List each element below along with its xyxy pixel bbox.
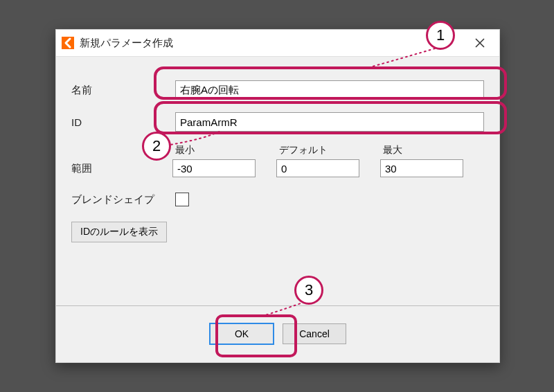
label-min: 最小 xyxy=(175,144,279,157)
label-range: 範囲 xyxy=(71,162,172,175)
row-name: 名前 xyxy=(71,80,484,100)
ok-button[interactable]: OK xyxy=(209,323,274,345)
min-input[interactable] xyxy=(172,159,256,177)
blendshape-checkbox[interactable] xyxy=(175,193,189,206)
label-max: 最大 xyxy=(383,144,452,157)
range-column-headers: 最小 デフォルト 最大 xyxy=(175,144,484,157)
app-icon xyxy=(62,37,74,49)
button-bar: OK Cancel xyxy=(56,305,499,362)
row-blendshape: ブレンドシェイプ xyxy=(71,193,484,206)
default-input[interactable] xyxy=(276,159,359,177)
id-input[interactable] xyxy=(175,112,484,132)
row-range: 範囲 xyxy=(71,159,484,177)
cancel-button[interactable]: Cancel xyxy=(283,323,346,344)
new-parameter-dialog: 新規パラメータ作成 名前 ID 最小 デフォルト 最大 範囲 xyxy=(55,29,500,363)
row-id: ID xyxy=(71,112,484,132)
dialog-body: 名前 ID 最小 デフォルト 最大 範囲 ブレンドシェイプ IDのルール xyxy=(56,57,499,242)
label-default: デフォルト xyxy=(279,144,383,157)
titlebar: 新規パラメータ作成 xyxy=(56,30,499,57)
label-id: ID xyxy=(71,116,175,128)
dialog-title: 新規パラメータ作成 xyxy=(80,37,466,50)
show-id-rule-button[interactable]: IDのルールを表示 xyxy=(71,222,167,242)
svg-rect-0 xyxy=(62,37,74,49)
label-blendshape: ブレンドシェイプ xyxy=(71,193,175,206)
max-input[interactable] xyxy=(380,159,463,177)
close-icon xyxy=(475,38,485,48)
label-name: 名前 xyxy=(71,84,175,97)
close-button[interactable] xyxy=(466,30,494,56)
name-input[interactable] xyxy=(175,80,484,100)
